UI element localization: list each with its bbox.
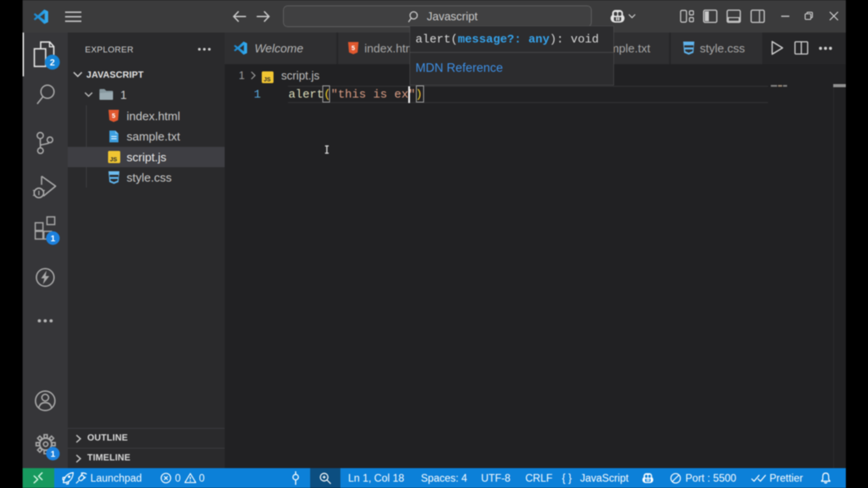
svg-text:JS: JS (264, 76, 270, 83)
svg-text:5: 5 (112, 112, 116, 119)
svg-text:1: 1 (51, 449, 56, 459)
svg-text:2: 2 (50, 57, 55, 67)
svg-text:5: 5 (352, 44, 355, 52)
svg-text:1: 1 (51, 234, 56, 243)
svg-text:JS: JS (110, 156, 117, 163)
